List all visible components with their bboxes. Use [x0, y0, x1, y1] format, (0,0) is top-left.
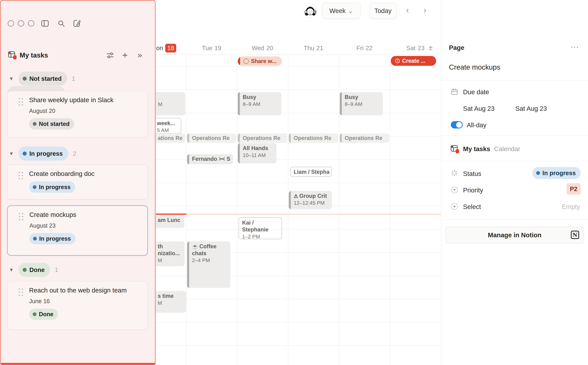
group-count: 2 — [73, 150, 76, 157]
day-name: Fri — [356, 45, 364, 52]
filter-settings-icon[interactable] — [106, 51, 114, 59]
traffic-light-minimize[interactable] — [18, 20, 24, 27]
event-color-bar — [238, 56, 240, 66]
status-badge[interactable]: In progress — [29, 233, 75, 244]
priority-select-icon — [451, 186, 458, 194]
task-card-create-mockups[interactable]: Create mockups August 23 In progress — [7, 205, 148, 256]
day-name: Sat — [406, 45, 416, 52]
event-busy-mon[interactable]: M — [153, 92, 185, 115]
day-number: 23 — [418, 45, 425, 52]
divider — [441, 135, 588, 136]
event-all-hands-wed[interactable]: All Hands 10–11 AM — [238, 143, 276, 163]
event-team-lunch-mon[interactable]: am Lunc — [153, 215, 184, 228]
divider — [441, 219, 588, 220]
column-line — [390, 55, 390, 365]
day-name: Wed — [252, 45, 264, 52]
view-selector-button[interactable]: Week ⌄ — [322, 3, 360, 19]
task-card-create-onboarding[interactable]: Create onboarding doc In progress — [7, 165, 148, 199]
group-header-in-progress[interactable]: ▼ In progress 2 — [9, 147, 76, 161]
event-growth-org-mon[interactable]: th nizatio... M — [153, 241, 185, 266]
event-title: ⚠Group Crit — [294, 192, 330, 199]
task-title: Create onboarding doc — [29, 170, 142, 177]
event-color-bar — [238, 133, 240, 143]
add-task-icon[interactable]: + — [122, 49, 128, 60]
event-operations-fri[interactable]: Operations Re — [340, 133, 389, 143]
traffic-light-close[interactable] — [8, 20, 14, 27]
column-line — [339, 55, 339, 365]
group-header-not-started[interactable]: ▼ Not started 1 — [9, 72, 75, 86]
day-header-fri[interactable]: Fri 22 — [349, 43, 380, 53]
event-title-2: chats — [192, 250, 228, 257]
collapse-panel-icon[interactable]: » — [137, 50, 142, 60]
clock-icon — [395, 58, 400, 64]
event-busy-wed[interactable]: Busy 8–9 AM — [238, 92, 281, 115]
drag-handle[interactable] — [19, 288, 23, 296]
status-badge[interactable]: In progress — [29, 182, 75, 193]
event-share-weekly-task-mon[interactable]: week... 5 AM — [153, 118, 181, 134]
user-avatar[interactable] — [303, 3, 318, 18]
drag-handle[interactable] — [19, 213, 23, 220]
status-badge[interactable]: Done — [29, 309, 58, 320]
event-color-bar — [238, 143, 240, 163]
select-label: Select — [463, 203, 481, 211]
event-operations-thu[interactable]: Operations Re — [289, 133, 338, 143]
collapse-triangle-icon[interactable]: ▼ — [9, 76, 14, 82]
event-title-2: Stephanie — [242, 226, 280, 233]
all-day-toggle[interactable] — [451, 121, 463, 128]
allday-event-create-mockups[interactable]: Create ... — [391, 56, 436, 66]
today-date-badge: 18 — [165, 44, 176, 52]
event-title: All Hands — [243, 145, 274, 152]
start-date-value[interactable]: Sat Aug 23 — [463, 105, 495, 112]
event-time: 10–11 AM — [243, 152, 274, 159]
day-number: 20 — [266, 45, 273, 52]
event-coffee-chats-tue[interactable]: ☕Coffee chats 2–4 PM — [187, 241, 230, 288]
group-header-done[interactable]: ▼ Done 1 — [9, 263, 58, 277]
event-group-crit-thu[interactable]: ⚠Group Crit 12–12:45 PM — [289, 191, 332, 209]
collapse-triangle-icon[interactable]: ▼ — [9, 151, 14, 156]
group-label: Done — [29, 267, 45, 273]
task-detail-title[interactable]: Create mockups — [449, 63, 500, 71]
expand-allday-icon[interactable]: ± — [429, 43, 433, 52]
event-operations-mon[interactable]: ations Re — [153, 133, 185, 143]
today-button[interactable]: Today — [369, 3, 397, 19]
collapse-triangle-icon[interactable]: ▼ — [9, 267, 14, 273]
notification-dot — [13, 55, 16, 59]
day-header-tue[interactable]: Tue 19 — [196, 43, 227, 53]
event-busy-fri[interactable]: Busy 8–9 AM — [340, 92, 383, 115]
task-card-share-weekly[interactable]: Share weekly update in Slack August 20 N… — [7, 91, 148, 138]
drag-handle[interactable] — [19, 98, 23, 105]
event-kai-stephanie-wed[interactable]: Kai / Stephanie 1–2 PM — [239, 217, 282, 239]
event-operations-wed[interactable]: Operations Re — [238, 133, 287, 143]
task-card-reach-out[interactable]: Reach out to the web design team June 16… — [7, 281, 148, 330]
end-date-value[interactable]: Sat Aug 23 — [516, 105, 547, 112]
prev-week-icon[interactable]: ‹ — [406, 6, 409, 14]
event-operations-tue[interactable]: Operations Re — [187, 133, 236, 143]
calendar-source-row[interactable]: My tasks Calendar — [463, 145, 520, 153]
select-property-icon — [451, 203, 458, 210]
event-focus-time-mon[interactable]: s time M — [153, 291, 186, 313]
event-color-bar — [340, 133, 342, 143]
allday-event-share-weekly[interactable]: Share w... — [238, 56, 282, 66]
event-fernando-tue[interactable]: Fernando >< S — [187, 154, 233, 164]
next-week-icon[interactable]: › — [423, 6, 426, 14]
status-dot — [23, 152, 27, 155]
drag-handle[interactable] — [19, 172, 23, 179]
day-header-mon[interactable]: on 18 — [156, 43, 176, 53]
search-icon[interactable] — [57, 19, 65, 28]
day-header-sat[interactable]: Sat 23 — [400, 43, 431, 53]
day-header-thu[interactable]: Thu 21 — [298, 43, 329, 53]
compose-icon[interactable] — [73, 19, 81, 27]
select-value[interactable]: Empty — [562, 203, 580, 211]
status-value-pill[interactable]: In progress — [532, 167, 581, 179]
event-liam-stephanie-thu[interactable]: Liam / Stepha — [290, 167, 332, 177]
due-date-calendar-icon — [451, 88, 458, 95]
manage-in-notion-button[interactable]: Manage in Notion N — [445, 227, 584, 244]
event-title: Share w... — [251, 58, 277, 64]
priority-value-badge[interactable]: P2 — [566, 183, 581, 195]
more-options-icon[interactable]: ⋯ — [571, 42, 580, 52]
toggle-sidebar-icon[interactable] — [41, 19, 49, 28]
status-badge[interactable]: Not started — [29, 118, 74, 130]
task-date: June 16 — [29, 298, 142, 305]
traffic-light-zoom[interactable] — [28, 20, 34, 27]
day-header-wed[interactable]: Wed 20 — [247, 43, 278, 53]
